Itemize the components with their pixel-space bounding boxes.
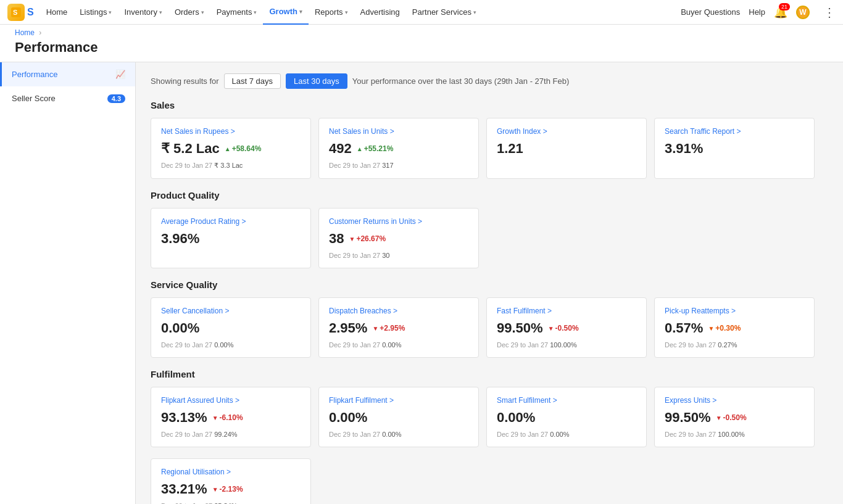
- avg-product-rating-card: Average Product Rating > 3.96%: [151, 208, 311, 268]
- net-sales-rupees-link[interactable]: Net Sales in Rupees >: [161, 127, 301, 136]
- filter-bar: Showing results for Last 7 days Last 30 …: [151, 73, 828, 89]
- nav-logo[interactable]: S S: [7, 4, 34, 21]
- growth-index-link[interactable]: Growth Index >: [497, 127, 636, 136]
- breadcrumb-sep: ›: [39, 28, 41, 37]
- sidebar-item-performance[interactable]: Performance 📈: [0, 62, 135, 86]
- flipkart-assured-value: 93.13% ▼ -6.10%: [161, 410, 301, 426]
- help-link[interactable]: Help: [749, 7, 765, 17]
- customer-returns-change: ▼ +26.67%: [349, 234, 386, 243]
- svg-text:S: S: [13, 9, 17, 16]
- fast-fulfilment-value: 99.50% ▼ -0.50%: [497, 320, 636, 336]
- filler2: [486, 458, 647, 504]
- filter-label: Showing results for: [151, 76, 219, 86]
- search-traffic-value: 3.91%: [665, 141, 804, 157]
- sidebar-item-seller-score[interactable]: Seller Score 4.3: [0, 86, 135, 110]
- notifications-button[interactable]: 🔔 21: [774, 6, 787, 19]
- notif-count: 21: [779, 3, 790, 10]
- net-sales-units-card: Net Sales in Units > 492 ▲ +55.21% Dec 2…: [318, 118, 479, 179]
- product-quality-cards-row: Average Product Rating > 3.96% Customer …: [151, 208, 828, 268]
- dispatch-breaches-prev: Dec 29 to Jan 27 0.00%: [329, 341, 468, 349]
- down-arrow-icon: ▼: [212, 415, 218, 421]
- service-quality-title: Service Quality: [151, 279, 828, 290]
- product-quality-section: Product Quality Average Product Rating >…: [151, 190, 828, 268]
- chevron-down-icon: ▾: [109, 9, 112, 15]
- net-sales-units-prev: Dec 29 to Jan 27 317: [329, 162, 468, 169]
- net-sales-rupees-change: ▲ +58.64%: [225, 144, 262, 153]
- avg-product-rating-value: 3.96%: [161, 231, 301, 247]
- seller-cancellation-link[interactable]: Seller Cancellation >: [161, 307, 301, 315]
- sidebar-label-performance: Performance: [12, 70, 57, 79]
- smart-fulfilment-card: Smart Fulfilment > 0.00% Dec 29 to Jan 2…: [486, 387, 647, 447]
- down-arrow-icon: ▼: [212, 486, 218, 493]
- down-arrow-icon: ▼: [372, 325, 378, 332]
- avg-product-rating-link[interactable]: Average Product Rating >: [161, 217, 301, 226]
- fast-fulfilment-card: Fast Fulfilment > 99.50% ▼ -0.50% Dec 29…: [486, 297, 647, 358]
- chevron-down-icon: ▾: [254, 9, 257, 15]
- nav-advertising[interactable]: Advertising: [354, 0, 406, 25]
- filler1: [318, 458, 479, 504]
- down-arrow-icon: ▼: [716, 415, 722, 421]
- fast-fulfilment-link[interactable]: Fast Fulfilment >: [497, 307, 636, 315]
- nav-inventory[interactable]: Inventory ▾: [118, 0, 168, 25]
- pickup-reattempts-value: 0.57% ▼ +0.30%: [665, 320, 804, 336]
- brand-name: S: [27, 7, 34, 18]
- regional-utilisation-change: ▼ -2.13%: [212, 485, 243, 494]
- nav-orders[interactable]: Orders ▾: [168, 0, 210, 25]
- flipkart-fulfilment-value: 0.00%: [329, 410, 468, 426]
- express-units-value: 99.50% ▼ -0.50%: [665, 410, 804, 426]
- sidebar: Performance 📈 Seller Score 4.3: [0, 62, 136, 504]
- express-units-change: ▼ -0.50%: [716, 413, 747, 422]
- net-sales-rupees-prev: Dec 29 to Jan 27 ₹ 3.3 Lac: [161, 162, 301, 170]
- pickup-reattempts-prev: Dec 29 to Jan 27 0.27%: [665, 341, 804, 349]
- pickup-reattempts-link[interactable]: Pick-up Reattempts >: [665, 307, 804, 315]
- seller-cancellation-prev: Dec 29 to Jan 27 0.00%: [161, 341, 301, 349]
- express-units-card: Express Units > 99.50% ▼ -0.50% Dec 29 t…: [654, 387, 815, 447]
- buyer-questions-link[interactable]: Buyer Questions: [681, 7, 740, 17]
- chart-icon: 📈: [115, 70, 125, 79]
- chevron-down-icon: ▾: [473, 9, 476, 15]
- filler3: [654, 458, 815, 504]
- regional-utilisation-link[interactable]: Regional Utilisation >: [161, 468, 301, 476]
- fulfilment-section: Fulfilment Flipkart Assured Units > 93.1…: [151, 369, 828, 504]
- express-units-link[interactable]: Express Units >: [665, 396, 804, 405]
- filter-7days-button[interactable]: Last 7 days: [224, 73, 281, 89]
- flipkart-assured-link[interactable]: Flipkart Assured Units >: [161, 396, 301, 405]
- nav-payments[interactable]: Payments ▾: [210, 0, 264, 25]
- search-traffic-link[interactable]: Search Traffic Report >: [665, 127, 804, 136]
- nav-partner-services[interactable]: Partner Services ▾: [406, 0, 483, 25]
- main-layout: Performance 📈 Seller Score 4.3 Showing r…: [0, 62, 843, 504]
- more-options-button[interactable]: ⋮: [823, 5, 836, 20]
- user-avatar[interactable]: W: [796, 6, 810, 19]
- filter-30days-button[interactable]: Last 30 days: [286, 73, 347, 89]
- customer-returns-card: Customer Returns in Units > 38 ▼ +26.67%…: [318, 208, 479, 268]
- service-quality-section: Service Quality Seller Cancellation > 0.…: [151, 279, 828, 358]
- sales-section: Sales Net Sales in Rupees > ₹ 5.2 Lac ▲ …: [151, 100, 828, 179]
- fast-fulfilment-prev: Dec 29 to Jan 27 100.00%: [497, 341, 636, 349]
- smart-fulfilment-prev: Dec 29 to Jan 27 0.00%: [497, 431, 636, 438]
- nav-growth[interactable]: Growth ▾: [263, 0, 309, 25]
- sales-title: Sales: [151, 100, 828, 110]
- logo-icon: S: [7, 4, 25, 21]
- service-quality-cards-row: Seller Cancellation > 0.00% Dec 29 to Ja…: [151, 297, 828, 358]
- customer-returns-link[interactable]: Customer Returns in Units >: [329, 217, 468, 226]
- nav-reports[interactable]: Reports ▾: [309, 0, 354, 25]
- breadcrumb-home[interactable]: Home: [15, 28, 35, 37]
- down-arrow-icon: ▼: [349, 236, 355, 242]
- flipkart-assured-change: ▼ -6.10%: [212, 413, 243, 422]
- flipkart-fulfilment-link[interactable]: Flipkart Fulfilment >: [329, 396, 468, 405]
- pickup-reattempts-card: Pick-up Reattempts > 0.57% ▼ +0.30% Dec …: [654, 297, 815, 358]
- smart-fulfilment-link[interactable]: Smart Fulfilment >: [497, 396, 636, 405]
- breadcrumb[interactable]: Home ›: [15, 28, 828, 37]
- chevron-down-icon: ▾: [299, 9, 302, 15]
- nav-listings[interactable]: Listings ▾: [73, 0, 118, 25]
- sidebar-label-seller-score: Seller Score: [12, 94, 56, 103]
- navbar: S S Home Listings ▾ Inventory ▾ Orders ▾…: [0, 0, 843, 25]
- nav-home[interactable]: Home: [40, 0, 74, 25]
- dispatch-breaches-value: 2.95% ▼ +2.95%: [329, 320, 468, 336]
- seller-cancellation-value: 0.00%: [161, 320, 301, 336]
- up-arrow-icon: ▲: [225, 146, 231, 152]
- fulfilment-cards-row2: Regional Utilisation > 33.21% ▼ -2.13% D…: [151, 458, 828, 504]
- net-sales-units-link[interactable]: Net Sales in Units >: [329, 127, 468, 136]
- fulfilment-title: Fulfilment: [151, 369, 828, 379]
- dispatch-breaches-link[interactable]: Dispatch Breaches >: [329, 307, 468, 315]
